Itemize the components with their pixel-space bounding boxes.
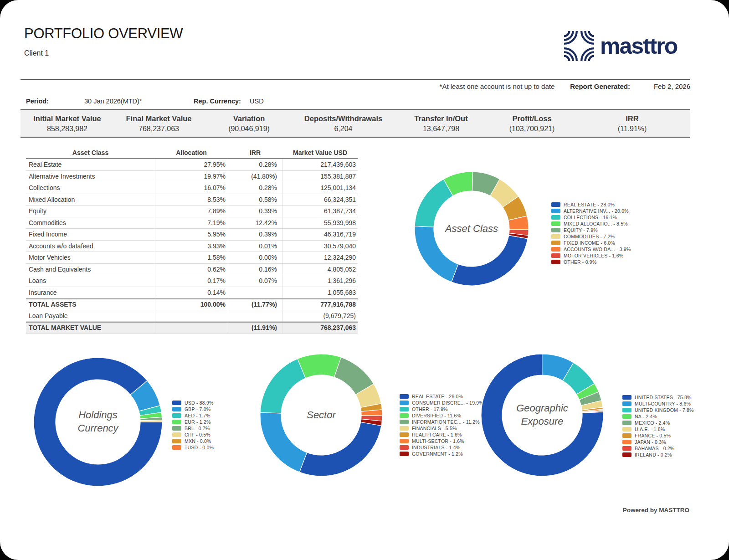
legend-label: DIVERSIFIED - 11.6%: [412, 413, 461, 418]
legend-label: FRANCE - 0.5%: [635, 433, 671, 438]
client-name: Client 1: [24, 49, 49, 57]
period-row: Period: 30 Jan 2026(MTD)* Rep. Currency:…: [26, 98, 264, 105]
legend-swatch: [400, 401, 409, 405]
cell-market-value: 4,805,052: [282, 264, 358, 275]
legend-swatch: [622, 408, 631, 412]
cell-irr: 12.42%: [228, 217, 282, 229]
legend-swatch: [400, 445, 409, 450]
legend-label: FIXED INCOME - 6.0%: [564, 240, 615, 246]
cell-irr: 0.58%: [228, 194, 282, 206]
cell-market-value: 55,939,998: [282, 217, 358, 229]
legend-label: ACCOUNTS W/O DA... - 3.9%: [564, 247, 631, 252]
cell-allocation: 1.58%: [155, 252, 228, 263]
cell-asset-class: TOTAL MARKET VALUE: [26, 323, 155, 333]
sector-legend: REAL ESTATE - 28.0%CONSUMER DISCRE... - …: [400, 393, 483, 457]
legend-item: ACCOUNTS W/O DA... - 3.9%: [551, 246, 631, 252]
cell-irr: 0.00%: [228, 252, 282, 263]
cell-market-value: 125,001,134: [282, 182, 358, 194]
legend-swatch: [622, 452, 631, 457]
asset-table-header-cell: Asset Class: [26, 147, 155, 158]
cell-market-value: 1,361,296: [282, 275, 358, 287]
legend-swatch: [172, 420, 181, 424]
legend-swatch: [551, 228, 560, 232]
cell-irr: 0.39%: [228, 206, 282, 217]
legend-item: MULTI-SECTOR - 1.6%: [400, 438, 483, 444]
legend-label: AED - 1.7%: [185, 413, 210, 418]
legend-label: TUSD - 0.0%: [185, 445, 214, 450]
legend-swatch: [400, 439, 409, 443]
legend-swatch: [551, 202, 560, 207]
legend-label: OTHER - 0.9%: [564, 259, 596, 265]
legend-label: JAPAN - 0.3%: [635, 439, 666, 445]
legend-label: GOVERNMENT - 1.2%: [412, 451, 463, 457]
cell-allocation: 16.07%: [155, 182, 228, 194]
report-generated-label: Report Generated:: [570, 82, 630, 90]
summary-column: IRR(11.91%): [574, 113, 690, 133]
donut-center-label: Holdings Currency: [59, 409, 137, 435]
legend-label: FINANCIALS - 5.5%: [412, 426, 457, 431]
cell-irr: 0.16%: [228, 264, 282, 275]
cell-asset-class: Accounts w/o datafeed: [26, 241, 155, 252]
legend-label: COLLECTIONS - 16.1%: [564, 215, 617, 220]
donut-slice: [299, 422, 381, 476]
sector-donut-chart: Sector: [260, 354, 383, 477]
table-row: TOTAL ASSETS100.00%(11.77%)777,916,788: [26, 298, 358, 310]
cell-irr: (11.77%): [228, 299, 282, 310]
summary-column: Profit/Loss(103,700,921): [490, 113, 574, 133]
cell-asset-class: Fixed Income: [26, 229, 155, 240]
holdings-currency-donut-chart: Holdings Currency: [33, 357, 163, 487]
table-row: Insurance0.14%1,055,683: [26, 287, 358, 299]
table-row: Fixed Income5.95%0.39%46,316,719: [26, 229, 358, 241]
legend-label: BRL - 0.7%: [185, 426, 210, 431]
cell-allocation: 7.89%: [155, 206, 228, 217]
legend-swatch: [172, 407, 181, 411]
legend-swatch: [400, 394, 409, 399]
cell-irr: 0.28%: [228, 182, 282, 194]
masttro-logo: masttro: [564, 31, 677, 61]
legend-label: MOTOR VEHICLES - 1.6%: [564, 253, 623, 258]
legend-item: IRELAND - 0.2%: [622, 452, 694, 458]
cell-allocation: 0.14%: [155, 287, 228, 298]
donut-slice: [298, 354, 341, 378]
cell-market-value: 66,324,351: [282, 194, 358, 206]
legend-swatch: [551, 221, 560, 226]
cell-irr: [228, 310, 282, 322]
summary-column: Final Market Value768,237,063: [114, 113, 204, 133]
asset-class-donut-chart: Asset Class: [414, 171, 529, 287]
cell-market-value: 155,381,887: [282, 171, 358, 182]
legend-item: JAPAN - 0.3%: [622, 439, 694, 445]
legend-swatch: [622, 395, 631, 400]
legend-item: MIXED ALLOCATIO... - 8.5%: [551, 221, 631, 227]
cell-asset-class: Loans: [26, 275, 155, 287]
legend-item: ALTERNATIVE INV... - 20.0%: [551, 208, 631, 214]
asset-table-header-cell: Market Value USD: [282, 147, 358, 158]
legend-swatch: [551, 215, 560, 220]
summary-column-label: Variation: [204, 113, 294, 125]
legend-label: HEALTH CARE - 1.6%: [412, 432, 462, 437]
powered-by-footer: Powered by MASTTRO: [623, 507, 689, 514]
rep-currency-value: USD: [250, 98, 264, 105]
legend-label: REAL ESTATE - 28.0%: [564, 202, 615, 207]
summary-column: Transfer In/Out13,647,798: [392, 113, 490, 133]
legend-swatch: [172, 426, 181, 431]
summary-column: Deposits/Withdrawals6,204: [294, 113, 392, 133]
cell-asset-class: Alternative Investments: [26, 171, 155, 182]
table-row: Motor Vehicles1.58%0.00%12,324,290: [26, 252, 358, 264]
cell-allocation: 0.62%: [155, 264, 228, 275]
cell-asset-class: Cash and Equivalents: [26, 264, 155, 275]
cell-market-value: 30,579,040: [282, 241, 358, 252]
legend-item: COLLECTIONS - 16.1%: [551, 214, 631, 221]
cell-asset-class: Insurance: [26, 287, 155, 298]
cell-allocation: 0.17%: [155, 275, 228, 287]
legend-swatch: [172, 413, 181, 418]
legend-item: AED - 1.7%: [172, 412, 214, 419]
cell-asset-class: Commodities: [26, 217, 155, 229]
geographic-exposure-donut-chart: Geographic Exposure: [481, 354, 604, 477]
legend-item: FRANCE - 0.5%: [622, 432, 694, 439]
donut-center-label: Asset Class: [432, 222, 511, 236]
legend-label: GBP - 7.0%: [185, 406, 210, 412]
asset-table-header-row: Asset ClassAllocationIRRMarket Value USD: [26, 147, 358, 159]
cell-irr: 0.28%: [228, 159, 282, 170]
cell-market-value: (9,679,725): [282, 310, 358, 322]
report-page: PORTFOLIO OVERVIEW Client 1 masttro *At …: [0, 0, 729, 560]
